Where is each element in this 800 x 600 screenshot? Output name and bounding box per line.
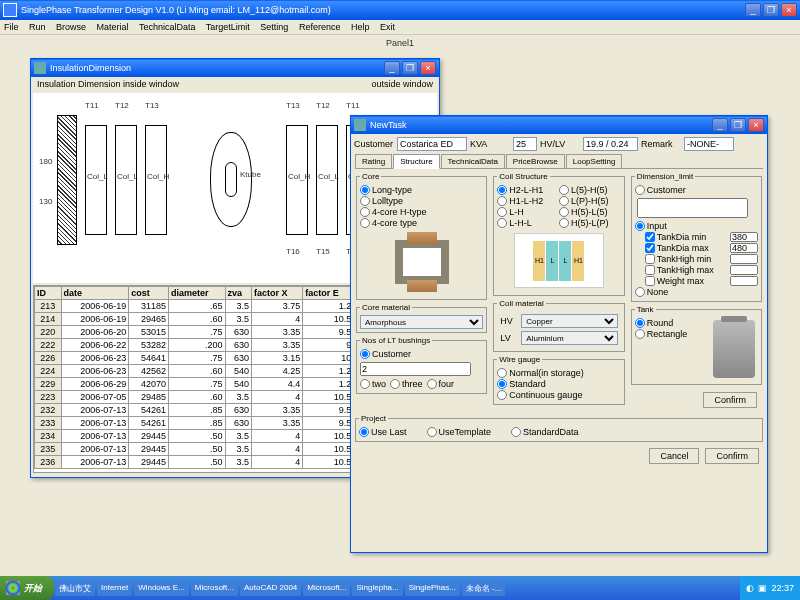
wire-radio[interactable] bbox=[497, 379, 507, 389]
core-material-select[interactable]: Amorphous bbox=[360, 315, 483, 329]
menu-exit[interactable]: Exit bbox=[380, 22, 395, 32]
dim-check[interactable] bbox=[645, 232, 655, 242]
table-header[interactable]: date bbox=[61, 287, 129, 300]
insulation-titlebar[interactable]: InsulationDimension _ ❐ × bbox=[31, 59, 439, 77]
coila-radio[interactable] bbox=[497, 207, 507, 217]
main-close-button[interactable]: × bbox=[781, 3, 797, 17]
taskbar-item[interactable]: AutoCAD 2004 bbox=[240, 581, 301, 596]
hv-material-select[interactable]: Copper bbox=[521, 314, 617, 328]
taskbar-item[interactable]: Windows E... bbox=[134, 581, 189, 596]
menu-file[interactable]: File bbox=[4, 22, 19, 32]
newtask-titlebar[interactable]: NewTask _ ❐ × bbox=[351, 116, 767, 134]
bush-customer-radio[interactable] bbox=[360, 349, 370, 359]
insul-minimize-button[interactable]: _ bbox=[384, 61, 400, 75]
tray-icon[interactable]: ◐ bbox=[746, 583, 754, 593]
taskbar-item[interactable]: 未命名 -... bbox=[462, 581, 506, 596]
project-radio[interactable] bbox=[427, 427, 437, 437]
table-header[interactable]: ID bbox=[35, 287, 62, 300]
tab-techdata[interactable]: TechnicalData bbox=[441, 154, 505, 168]
tab-pricebrowse[interactable]: PriceBrowse bbox=[506, 154, 565, 168]
remark-input[interactable] bbox=[684, 137, 734, 151]
dim-customer-input[interactable] bbox=[637, 198, 748, 218]
dim-value-input[interactable] bbox=[730, 243, 758, 253]
core-radio[interactable] bbox=[360, 185, 370, 195]
dim-value-input[interactable] bbox=[730, 232, 758, 242]
tab-loopsetting[interactable]: LoopSetting bbox=[566, 154, 623, 168]
newtask-close-button[interactable]: × bbox=[748, 118, 764, 132]
lv-material-select[interactable]: Aluminium bbox=[521, 331, 617, 345]
bush-value-input[interactable] bbox=[360, 362, 471, 376]
table-header[interactable]: cost bbox=[129, 287, 169, 300]
menu-browse[interactable]: Browse bbox=[56, 22, 86, 32]
project-radio[interactable] bbox=[359, 427, 369, 437]
tray-icon[interactable]: ▣ bbox=[758, 583, 767, 593]
confirm-button[interactable]: Confirm bbox=[703, 392, 757, 408]
coil-structure-group: Coil Structure H2-L-H1H1-L-H2L-HL-H-LL(5… bbox=[493, 172, 624, 296]
start-button[interactable]: 开始 bbox=[0, 576, 54, 600]
dim-input-radio[interactable] bbox=[635, 221, 645, 231]
tab-rating[interactable]: Rating bbox=[355, 154, 392, 168]
dim-check[interactable] bbox=[645, 276, 655, 286]
tab-structure[interactable]: Structure bbox=[393, 154, 439, 169]
dim-none-radio[interactable] bbox=[635, 287, 645, 297]
taskbar-item[interactable]: Internet bbox=[97, 581, 132, 596]
bush-radio[interactable] bbox=[390, 379, 400, 389]
dim-value-input[interactable] bbox=[730, 254, 758, 264]
taskbar-item[interactable]: Microsoft... bbox=[303, 581, 350, 596]
core-radio[interactable] bbox=[360, 196, 370, 206]
bush-radio[interactable] bbox=[427, 379, 437, 389]
wire-radio[interactable] bbox=[497, 390, 507, 400]
taskbar-item[interactable]: 佛山市艾 bbox=[55, 581, 95, 596]
window-icon bbox=[354, 119, 366, 131]
newtask-maximize-button[interactable]: ❐ bbox=[730, 118, 746, 132]
customer-input[interactable] bbox=[397, 137, 467, 151]
taskbar-item[interactable]: Microsoft... bbox=[191, 581, 238, 596]
table-header[interactable]: factor E bbox=[303, 287, 354, 300]
coilb-radio[interactable] bbox=[559, 218, 569, 228]
menu-run[interactable]: Run bbox=[29, 22, 46, 32]
table-header[interactable]: diameter bbox=[169, 287, 225, 300]
dim-check[interactable] bbox=[645, 243, 655, 253]
dim-value-input[interactable] bbox=[730, 265, 758, 275]
tank-radio[interactable] bbox=[635, 318, 645, 328]
dim-check[interactable] bbox=[645, 254, 655, 264]
menu-targetlimit[interactable]: TargetLimit bbox=[206, 22, 250, 32]
taskbar: 开始 佛山市艾InternetWindows E...Microsoft...A… bbox=[0, 576, 800, 600]
taskbar-item[interactable]: SinglePhas... bbox=[405, 581, 460, 596]
insul-maximize-button[interactable]: ❐ bbox=[402, 61, 418, 75]
main-maximize-button[interactable]: ❐ bbox=[763, 3, 779, 17]
coilb-radio[interactable] bbox=[559, 196, 569, 206]
newtask-minimize-button[interactable]: _ bbox=[712, 118, 728, 132]
menu-reference[interactable]: Reference bbox=[299, 22, 341, 32]
core-radio[interactable] bbox=[360, 218, 370, 228]
menu-material[interactable]: Material bbox=[97, 22, 129, 32]
coilb-radio[interactable] bbox=[559, 207, 569, 217]
dim-check[interactable] bbox=[645, 265, 655, 275]
coila-radio[interactable] bbox=[497, 196, 507, 206]
table-header[interactable]: zva bbox=[225, 287, 252, 300]
system-tray[interactable]: ◐ ▣ 22:37 bbox=[740, 576, 800, 600]
confirm-button-2[interactable]: Confirm bbox=[705, 448, 759, 464]
hvlv-input[interactable] bbox=[583, 137, 638, 151]
menu-setting[interactable]: Setting bbox=[260, 22, 288, 32]
menu-help[interactable]: Help bbox=[351, 22, 370, 32]
menubar: File Run Browse Material TechnicalData T… bbox=[0, 20, 800, 35]
project-radio[interactable] bbox=[511, 427, 521, 437]
dim-customer-radio[interactable] bbox=[635, 185, 645, 195]
dim-value-input[interactable] bbox=[730, 276, 758, 286]
bush-radio[interactable] bbox=[360, 379, 370, 389]
cancel-button[interactable]: Cancel bbox=[649, 448, 699, 464]
coila-radio[interactable] bbox=[497, 218, 507, 228]
tank-image bbox=[713, 320, 755, 378]
taskbar-item[interactable]: Singlepha... bbox=[352, 581, 402, 596]
tank-radio[interactable] bbox=[635, 329, 645, 339]
coila-radio[interactable] bbox=[497, 185, 507, 195]
wire-radio[interactable] bbox=[497, 368, 507, 378]
main-minimize-button[interactable]: _ bbox=[745, 3, 761, 17]
insul-close-button[interactable]: × bbox=[420, 61, 436, 75]
coilb-radio[interactable] bbox=[559, 185, 569, 195]
menu-techdata[interactable]: TechnicalData bbox=[139, 22, 196, 32]
core-radio[interactable] bbox=[360, 207, 370, 217]
table-header[interactable]: factor X bbox=[252, 287, 303, 300]
kva-input[interactable] bbox=[513, 137, 537, 151]
